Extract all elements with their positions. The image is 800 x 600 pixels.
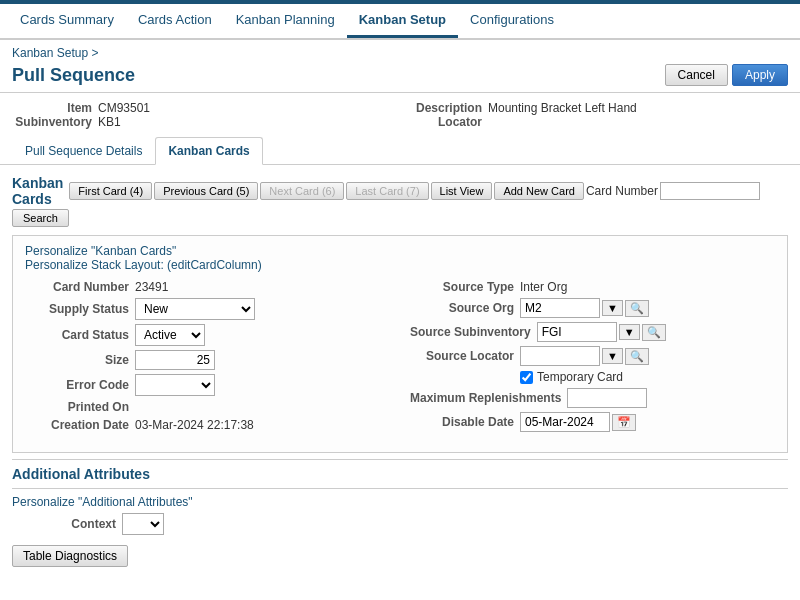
card-status-select[interactable]: Active Inactive: [135, 324, 205, 346]
disable-date-calendar-icon[interactable]: 📅: [612, 414, 636, 431]
supply-status-select[interactable]: New Full Empty: [135, 298, 255, 320]
page-header: Pull Sequence Cancel Apply: [0, 62, 800, 93]
disable-date-label: Disable Date: [410, 415, 520, 429]
source-org-field: ▼ 🔍: [520, 298, 649, 318]
kanban-cards-section: KanbanCards First Card (4) Previous Card…: [0, 165, 800, 577]
source-type-row: Source Type Inter Org: [410, 280, 775, 294]
error-code-row: Error Code: [25, 374, 390, 396]
previous-card-button[interactable]: Previous Card (5): [154, 182, 258, 200]
max-replenishments-row: Maximum Replenishments: [410, 388, 775, 408]
nav-cards-summary[interactable]: Cards Summary: [8, 4, 126, 38]
description-value: Mounting Bracket Left Hand: [488, 101, 637, 115]
personalize-stack-layout-link[interactable]: Personalize Stack Layout: (editCardColum…: [25, 258, 775, 272]
source-type-value: Inter Org: [520, 280, 567, 294]
source-org-search-icon[interactable]: 🔍: [625, 300, 649, 317]
kanban-section-label: KanbanCards: [12, 175, 63, 207]
card-status-label: Card Status: [25, 328, 135, 342]
source-locator-search-icon[interactable]: 🔍: [625, 348, 649, 365]
nav-kanban-setup[interactable]: Kanban Setup: [347, 4, 458, 38]
card-status-row: Card Status Active Inactive: [25, 324, 390, 346]
size-label: Size: [25, 353, 135, 367]
source-locator-list-icon[interactable]: ▼: [602, 348, 623, 364]
source-subinventory-input[interactable]: [537, 322, 617, 342]
creation-date-label: Creation Date: [25, 418, 135, 432]
disable-date-row: Disable Date 📅: [410, 412, 775, 432]
size-row: Size: [25, 350, 390, 370]
next-card-button[interactable]: Next Card (6): [260, 182, 344, 200]
max-replenishments-label: Maximum Replenishments: [410, 391, 567, 405]
additional-attributes-section: Additional Attributes Personalize "Addit…: [12, 459, 788, 567]
source-org-list-icon[interactable]: ▼: [602, 300, 623, 316]
disable-date-field: 📅: [520, 412, 636, 432]
source-locator-row: Source Locator ▼ 🔍: [410, 346, 775, 366]
card-form-right: Source Type Inter Org Source Org ▼ 🔍 Sou…: [410, 280, 775, 436]
kanban-cards-toolbar: KanbanCards First Card (4) Previous Card…: [12, 175, 788, 227]
temporary-card-text: Temporary Card: [537, 370, 623, 384]
personalize-kanban-cards-link[interactable]: Personalize "Kanban Cards": [25, 244, 775, 258]
apply-button[interactable]: Apply: [732, 64, 788, 86]
card-form-left: Card Number 23491 Supply Status New Full…: [25, 280, 390, 436]
nav-cards-action[interactable]: Cards Action: [126, 4, 224, 38]
additional-attributes-header: Additional Attributes: [12, 466, 788, 482]
card-number-row: Card Number 23491: [25, 280, 390, 294]
printed-on-label: Printed On: [25, 400, 135, 414]
tab-pull-sequence-details[interactable]: Pull Sequence Details: [12, 137, 155, 164]
max-replenishments-input[interactable]: [567, 388, 647, 408]
personalize-additional-attributes-link[interactable]: Personalize "Additional Attributes": [12, 495, 788, 509]
item-value: CM93501: [98, 101, 150, 115]
page-title: Pull Sequence: [12, 65, 135, 86]
card-number-label: Card Number: [25, 280, 135, 294]
card-number-toolbar-input[interactable]: [660, 182, 760, 200]
nav-kanban-planning[interactable]: Kanban Planning: [224, 4, 347, 38]
item-info-section: Item CM93501 Subinventory KB1 Descriptio…: [0, 93, 800, 137]
context-label: Context: [12, 517, 122, 531]
card-detail: Personalize "Kanban Cards" Personalize S…: [12, 235, 788, 453]
description-label: Description: [402, 101, 482, 115]
card-form: Card Number 23491 Supply Status New Full…: [25, 272, 775, 444]
source-type-label: Source Type: [410, 280, 520, 294]
card-number-toolbar-label: Card Number: [586, 184, 658, 198]
error-code-label: Error Code: [25, 378, 135, 392]
first-card-button[interactable]: First Card (4): [69, 182, 152, 200]
search-button[interactable]: Search: [12, 209, 69, 227]
last-card-button[interactable]: Last Card (7): [346, 182, 428, 200]
source-subinventory-search-icon[interactable]: 🔍: [642, 324, 666, 341]
size-input[interactable]: [135, 350, 215, 370]
source-org-row: Source Org ▼ 🔍: [410, 298, 775, 318]
source-org-label: Source Org: [410, 301, 520, 315]
context-select[interactable]: [122, 513, 164, 535]
temporary-card-checkbox[interactable]: [520, 371, 533, 384]
list-view-button[interactable]: List View: [431, 182, 493, 200]
section-divider-2: [12, 488, 788, 489]
source-locator-label: Source Locator: [410, 349, 520, 363]
source-subinventory-field: ▼ 🔍: [537, 322, 666, 342]
source-subinventory-list-icon[interactable]: ▼: [619, 324, 640, 340]
nav-configurations[interactable]: Configurations: [458, 4, 566, 38]
temporary-card-field: Temporary Card: [520, 370, 623, 384]
breadcrumb-link[interactable]: Kanban Setup >: [12, 46, 98, 60]
subinventory-label: Subinventory: [12, 115, 92, 129]
locator-label: Locator: [402, 115, 482, 129]
source-locator-input[interactable]: [520, 346, 600, 366]
main-content: Kanban Setup > Pull Sequence Cancel Appl…: [0, 40, 800, 600]
source-org-input[interactable]: [520, 298, 600, 318]
section-divider: [12, 459, 788, 460]
temporary-card-row: Temporary Card: [410, 370, 775, 384]
add-new-card-button[interactable]: Add New Card: [494, 182, 584, 200]
tab-kanban-cards[interactable]: Kanban Cards: [155, 137, 262, 165]
card-number-value: 23491: [135, 280, 168, 294]
subinventory-row: Subinventory KB1: [12, 115, 398, 129]
item-label: Item: [12, 101, 92, 115]
table-diagnostics-button[interactable]: Table Diagnostics: [12, 545, 128, 567]
subinventory-value: KB1: [98, 115, 121, 129]
locator-row: Locator: [402, 115, 788, 129]
disable-date-input[interactable]: [520, 412, 610, 432]
source-locator-field: ▼ 🔍: [520, 346, 649, 366]
cancel-button[interactable]: Cancel: [665, 64, 728, 86]
error-code-select[interactable]: [135, 374, 215, 396]
supply-status-label: Supply Status: [25, 302, 135, 316]
tab-bar: Pull Sequence Details Kanban Cards: [0, 137, 800, 165]
creation-date-row: Creation Date 03-Mar-2024 22:17:38: [25, 418, 390, 432]
printed-on-row: Printed On: [25, 400, 390, 414]
header-buttons: Cancel Apply: [665, 64, 788, 86]
